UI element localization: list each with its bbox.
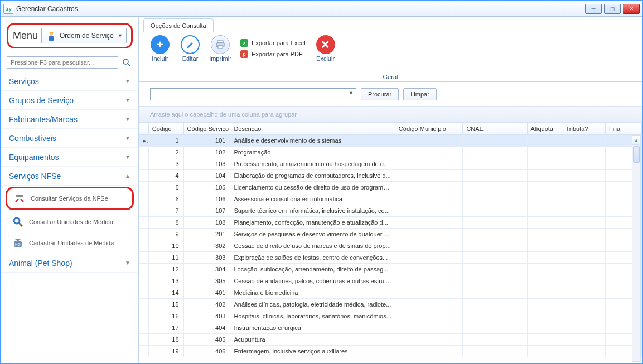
table-row[interactable]: 10302Cessão de direito de uso de marcas … xyxy=(139,240,642,252)
search-icon[interactable] xyxy=(120,56,133,69)
cell-empty xyxy=(562,135,606,147)
cell-descricao: Cessão de andaimes, palcos, coberturas e… xyxy=(230,275,395,287)
svg-point-2 xyxy=(123,59,128,64)
cell-empty xyxy=(527,252,562,264)
editar-button[interactable]: Editar xyxy=(176,35,205,62)
cell-codigo: 14 xyxy=(148,287,183,299)
data-grid[interactable]: CódigoCódigo ServiçoDescriçãoCódigo Muni… xyxy=(139,122,642,357)
incluir-button[interactable]: + Incluir xyxy=(146,35,175,62)
nav-label: Fabricantes/Marcas xyxy=(9,115,78,124)
column-header[interactable]: CNAE xyxy=(463,123,527,135)
minimize-button[interactable]: ─ xyxy=(585,4,602,14)
table-row[interactable]: 17404Instrumentação cirúrgica xyxy=(139,322,642,334)
cell-empty xyxy=(527,346,562,357)
table-row[interactable]: 5105Licenciamento ou cessão de direito d… xyxy=(139,182,642,193)
maximize-button[interactable]: ◻ xyxy=(604,4,621,14)
table-row[interactable]: ▸1101Análise e desenvolvimento de sistem… xyxy=(139,135,642,147)
row-indicator xyxy=(139,310,149,322)
column-header[interactable]: Alíquota xyxy=(527,123,562,135)
menu-label: Menu xyxy=(13,30,38,42)
table-row[interactable]: 16403Hospitais, clínicas, laboratórios, … xyxy=(139,310,642,322)
table-row[interactable]: 7107Suporte técnico em informática, incl… xyxy=(139,205,642,217)
nav-item-6[interactable]: Animal (Pet Shop)▼ xyxy=(1,254,138,273)
table-row[interactable]: 2102Programação xyxy=(139,147,642,158)
table-row[interactable]: 12304Locação, sublocação, arrendamento, … xyxy=(139,264,642,275)
cell-empty xyxy=(562,205,606,217)
cell-empty xyxy=(463,275,527,287)
cell-codigo: 19 xyxy=(148,346,183,357)
column-header[interactable]: Código xyxy=(148,123,183,135)
limpar-button[interactable]: Limpar xyxy=(403,88,437,100)
table-row[interactable]: 6106Assessoria e consultoria em informát… xyxy=(139,193,642,205)
menu-combo[interactable]: Ordem de Serviço ▼ xyxy=(41,28,127,43)
nav-label: Grupos de Serviço xyxy=(9,96,74,105)
scroll-up-icon[interactable]: ▲ xyxy=(632,136,640,145)
column-header[interactable]: Código Serviço xyxy=(183,123,230,135)
svg-rect-1 xyxy=(49,36,54,41)
excluir-button[interactable]: ✕ Excluir xyxy=(311,35,340,62)
cell-descricao: Suporte técnico em informática, inclusiv… xyxy=(230,205,395,217)
nav-item-4[interactable]: Equipamentos▼ xyxy=(1,148,138,167)
procurar-button[interactable]: Procurar xyxy=(361,88,399,100)
cell-codigo: 16 xyxy=(148,310,183,322)
column-header[interactable]: Descrição xyxy=(230,123,395,135)
cell-empty xyxy=(463,322,527,334)
table-row[interactable]: 13305Cessão de andaimes, palcos, cobertu… xyxy=(139,275,642,287)
cell-descricao: Acupuntura xyxy=(230,334,395,346)
export-excel-button[interactable]: x Exportar para Excel xyxy=(240,39,306,47)
cell-codigo-servico: 106 xyxy=(183,193,230,205)
group-by-hint[interactable]: Arraste aqui o cabeçalho de uma coluna p… xyxy=(139,106,642,122)
cell-empty xyxy=(395,275,463,287)
cell-empty xyxy=(395,182,463,193)
window-title: Gerenciar Cadastros xyxy=(16,5,585,13)
table-row[interactable]: 19406Enfermagem, inclusive serviços auxi… xyxy=(139,346,642,357)
scroll-thumb[interactable] xyxy=(633,146,640,163)
filter-bar: ▼ Procurar Limpar xyxy=(139,82,642,106)
cell-empty xyxy=(463,264,527,275)
nav-item-3[interactable]: Combustíveis▼ xyxy=(1,129,138,148)
cell-descricao: Planejamento, confecção, manutenção e at… xyxy=(230,217,395,229)
cell-empty xyxy=(463,252,527,264)
subnav-item-2[interactable]: KGCadastrar Unidades de Medida xyxy=(1,232,138,254)
export-excel-label: Exportar para Excel xyxy=(252,40,306,46)
cell-descricao: Medicina e biomedicina xyxy=(230,287,395,299)
cell-empty xyxy=(463,240,527,252)
table-row[interactable]: 9201Serviços de pesquisas e desenvolvime… xyxy=(139,229,642,240)
search-input[interactable] xyxy=(7,56,118,69)
cell-empty xyxy=(463,193,527,205)
cell-empty xyxy=(395,158,463,170)
nav-item-5[interactable]: Serviços NFSe▲ xyxy=(1,167,138,186)
table-row[interactable]: 14401Medicina e biomedicina xyxy=(139,287,642,299)
column-header[interactable]: Tributa? xyxy=(562,123,606,135)
column-header[interactable]: Código Município xyxy=(395,123,463,135)
chevron-down-icon: ▼ xyxy=(125,135,130,141)
table-row[interactable]: 3103Processamento, armazenamento ou hosp… xyxy=(139,158,642,170)
imprimir-button[interactable]: Imprimir xyxy=(206,35,235,62)
nav-item-2[interactable]: Fabricantes/Marcas▼ xyxy=(1,110,138,129)
table-row[interactable]: 18405Acupuntura xyxy=(139,334,642,346)
cell-empty xyxy=(463,310,527,322)
table-row[interactable]: 15402Análises clínicas, patologia, eletr… xyxy=(139,299,642,310)
table-row[interactable]: 4104Elaboração de programas de computado… xyxy=(139,170,642,182)
nav-item-0[interactable]: Serviços▼ xyxy=(1,72,138,91)
table-row[interactable]: 8108Planejamento, confecção, manutenção … xyxy=(139,217,642,229)
cell-empty xyxy=(395,135,463,147)
row-indicator-header xyxy=(139,123,149,135)
tab-opcoes-consulta[interactable]: Opções de Consulta xyxy=(143,18,214,32)
subnav-item-0[interactable]: Consultar Serviços da NFSe xyxy=(6,187,134,210)
cell-empty xyxy=(527,147,562,158)
column-header[interactable]: Filial xyxy=(605,123,641,135)
close-button[interactable]: ✕ xyxy=(623,4,640,14)
nav-item-1[interactable]: Grupos de Serviço▼ xyxy=(1,91,138,110)
export-pdf-button[interactable]: p Exportar para PDF xyxy=(240,50,306,58)
svg-point-4 xyxy=(14,218,20,224)
cell-empty xyxy=(562,252,606,264)
subnav-item-1[interactable]: Consultar Unidades de Medida xyxy=(1,211,138,232)
table-row[interactable]: 11303Exploração de salões de festas, cen… xyxy=(139,252,642,264)
filter-combo[interactable]: ▼ xyxy=(150,88,356,100)
menu-combo-value: Ordem de Serviço xyxy=(60,32,114,40)
incluir-label: Incluir xyxy=(152,55,168,62)
row-indicator xyxy=(139,240,149,252)
vertical-scrollbar[interactable]: ▲ xyxy=(632,135,641,362)
cell-codigo: 3 xyxy=(148,158,183,170)
